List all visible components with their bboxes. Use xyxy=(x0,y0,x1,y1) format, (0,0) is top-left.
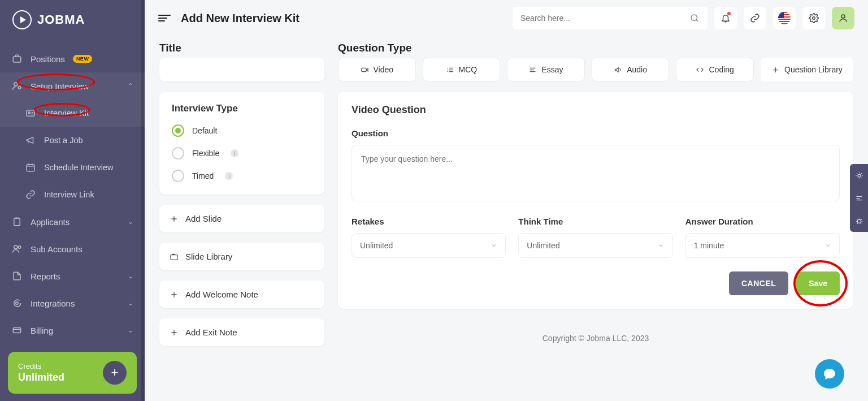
chat-icon xyxy=(823,367,836,381)
profile-button[interactable] xyxy=(832,7,854,29)
add-welcome-note-button[interactable]: Add Welcome Note xyxy=(159,281,324,308)
sidebar-item-schedule-interview[interactable]: Schedule Interview xyxy=(0,154,145,181)
users-icon xyxy=(11,243,23,255)
qtype-label: Question Library xyxy=(784,65,843,74)
sidebar-item-label: Integrations xyxy=(31,299,75,308)
interview-type-timed[interactable]: Timed i xyxy=(172,170,312,182)
card-icon xyxy=(11,325,23,336)
main: Add New Interview Kit xyxy=(145,0,868,401)
sidebar-item-label: Positions xyxy=(31,54,65,64)
chevron-down-icon: ⌄ xyxy=(128,272,133,280)
sidebar-item-applicants[interactable]: Applicants ⌄ xyxy=(0,208,145,235)
think-time-label: Think Time xyxy=(518,217,672,226)
svg-rect-10 xyxy=(13,328,21,333)
add-slide-button[interactable]: Add Slide xyxy=(159,205,324,232)
retakes-select[interactable]: Unlimited xyxy=(351,233,506,258)
info-icon[interactable]: i xyxy=(231,149,238,157)
slide-library-button[interactable]: Slide Library xyxy=(159,243,324,270)
sidebar-item-label: Applicants xyxy=(31,217,70,227)
sidebar-item-label: Schedule Interview xyxy=(44,163,114,172)
sidebar-item-billing[interactable]: Billing ⌄ xyxy=(0,317,145,344)
add-exit-note-button[interactable]: Add Exit Note xyxy=(159,318,324,346)
user-icon xyxy=(838,13,848,23)
code-icon xyxy=(696,66,704,74)
question-type-coding[interactable]: Coding xyxy=(676,58,754,81)
link-icon xyxy=(25,189,36,200)
sidebar-item-integrations[interactable]: Integrations ⌄ xyxy=(0,290,145,317)
chat-icon xyxy=(11,297,23,309)
answer-duration-select[interactable]: 1 minute xyxy=(685,233,840,258)
qtype-label: Video xyxy=(374,65,394,74)
svg-point-9 xyxy=(16,302,19,305)
info-icon[interactable]: i xyxy=(225,172,233,180)
link-icon xyxy=(750,13,760,23)
interview-type-card: Interview Type Default Flexible i Timed … xyxy=(159,92,324,195)
svg-point-4 xyxy=(28,112,30,114)
gear-icon xyxy=(809,13,819,23)
search-icon xyxy=(689,13,700,23)
radio-label: Timed xyxy=(192,171,214,180)
sidebar-item-label: Interview Kit xyxy=(44,109,89,118)
language-button[interactable] xyxy=(773,7,796,29)
search-input[interactable] xyxy=(513,7,708,29)
question-input[interactable] xyxy=(351,145,840,201)
logo[interactable]: JOBMA xyxy=(0,0,145,45)
sidebar-item-sub-accounts[interactable]: Sub Accounts xyxy=(0,235,145,262)
sidebar-item-setup-interview[interactable]: Setup Interview ⌃ xyxy=(0,72,145,100)
search-field[interactable] xyxy=(520,14,689,23)
action-label: Add Slide xyxy=(185,214,222,223)
layout-button[interactable] xyxy=(850,187,868,209)
sidebar-item-post-job[interactable]: Post a Job xyxy=(0,127,145,154)
menu-toggle-button[interactable] xyxy=(158,15,171,21)
svg-point-8 xyxy=(18,246,21,249)
chevron-down-icon xyxy=(658,242,665,249)
video-question-heading: Video Question xyxy=(351,104,840,116)
question-type-heading: Question Type xyxy=(338,42,853,54)
sidebar-item-label: Sub Accounts xyxy=(31,244,83,254)
interview-type-heading: Interview Type xyxy=(172,103,312,114)
question-library-button[interactable]: Question Library xyxy=(761,58,853,81)
think-time-select[interactable]: Unlimited xyxy=(518,233,672,258)
sidebar-item-interview-kit[interactable]: Interview Kit xyxy=(0,100,145,127)
title-input[interactable] xyxy=(159,58,324,81)
action-label: Add Welcome Note xyxy=(185,290,258,299)
select-value: 1 minute xyxy=(694,241,724,250)
text-icon xyxy=(528,66,537,74)
interview-type-default[interactable]: Default xyxy=(172,124,312,137)
bug-button[interactable] xyxy=(850,209,868,232)
clipboard-icon xyxy=(11,216,23,227)
theme-toggle-button[interactable] xyxy=(850,164,868,187)
list-icon xyxy=(446,66,454,74)
interview-type-flexible[interactable]: Flexible i xyxy=(172,147,312,159)
page-title: Add New Interview Kit xyxy=(181,12,300,25)
action-label: Add Exit Note xyxy=(185,327,237,337)
svg-point-1 xyxy=(14,83,18,86)
radio-icon xyxy=(172,147,184,159)
select-value: Unlimited xyxy=(360,241,393,250)
question-type-essay[interactable]: Essay xyxy=(507,58,585,81)
sidebar-item-interview-link[interactable]: Interview Link xyxy=(0,181,145,208)
add-credits-button[interactable]: + xyxy=(103,361,127,385)
retakes-label: Retakes xyxy=(351,217,506,226)
cancel-button[interactable]: CANCEL xyxy=(729,271,788,295)
chat-fab-button[interactable] xyxy=(815,359,844,389)
answer-duration-label: Answer Duration xyxy=(685,217,840,226)
settings-button[interactable] xyxy=(802,7,825,29)
credits-value: Unlimited xyxy=(18,372,64,383)
sidebar-item-reports[interactable]: Reports ⌄ xyxy=(0,262,145,290)
radio-icon xyxy=(172,170,184,182)
id-card-icon xyxy=(25,107,36,119)
credits-box[interactable]: Credits Unlimited + xyxy=(8,352,137,394)
sidebar-item-positions[interactable]: Positions NEW xyxy=(0,45,145,72)
links-button[interactable] xyxy=(744,7,766,29)
question-type-mcq[interactable]: MCQ xyxy=(423,58,501,81)
file-icon xyxy=(11,270,23,282)
sun-icon xyxy=(855,171,863,180)
save-button[interactable]: Save xyxy=(796,271,840,295)
sidebar-item-label: Post a Job xyxy=(44,136,83,145)
question-type-audio[interactable]: Audio xyxy=(592,58,670,81)
notifications-button[interactable] xyxy=(714,7,737,29)
svg-point-2 xyxy=(18,87,21,89)
question-type-video[interactable]: Video xyxy=(338,58,416,81)
chevron-down-icon: ⌄ xyxy=(128,218,133,226)
